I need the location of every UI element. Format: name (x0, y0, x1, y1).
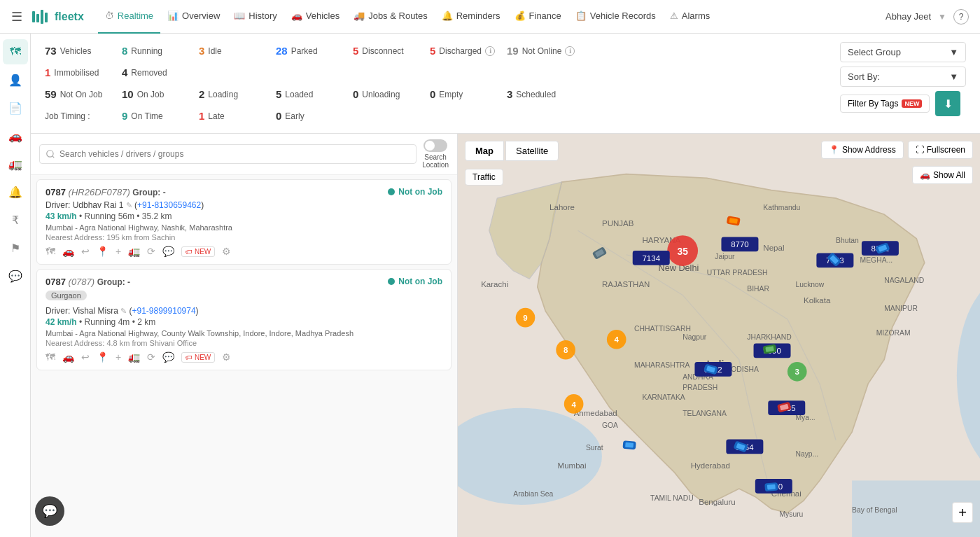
location-action-icon[interactable]: 📍 (97, 246, 108, 257)
nav-jobs-routes[interactable]: 🚚 Jobs & Routes (346, 0, 435, 34)
sidebar-map-icon[interactable]: 🗺 (3, 39, 28, 64)
svg-text:8770: 8770 (731, 240, 749, 249)
vehicle-card[interactable]: 0787 (HR26DF0787) Group: - Not on Job (36, 179, 451, 265)
svg-text:JHARKHAND: JHARKHAND (747, 333, 791, 341)
nav-realtime[interactable]: ⏱ Realtime (98, 0, 160, 34)
svg-text:KARNATAKA: KARNATAKA (643, 393, 685, 401)
traffic-button[interactable]: Traffic (465, 169, 503, 186)
map-action-icon[interactable]: 🗺 (46, 246, 55, 257)
svg-text:Arabian Sea: Arabian Sea (513, 490, 553, 498)
svg-text:RAJASTHAN: RAJASTHAN (602, 280, 650, 288)
edit-icon[interactable]: ✎ (120, 307, 127, 315)
help-button[interactable]: ? (953, 9, 969, 25)
nav-alarms[interactable]: ⚠ Alarms (663, 0, 717, 34)
history-action-icon[interactable]: ⟳ (147, 351, 155, 363)
settings-action-icon[interactable]: ⚙ (222, 246, 231, 257)
chat-action-icon[interactable]: 💬 (162, 351, 174, 363)
map-top-right: 📍 Show Address ⛶ Fullscreen (821, 141, 973, 159)
not-online-info-icon[interactable]: ℹ (565, 46, 575, 56)
add-action-icon[interactable]: + (115, 246, 121, 257)
vehicle-actions: 🗺 🚗 ↩ 📍 + 🚛 ⟳ 💬 🏷 NEW ⚙ (46, 351, 442, 363)
fullscreen-button[interactable]: ⛶ Fullscreen (908, 141, 973, 159)
route-action-icon[interactable]: ↩ (81, 246, 90, 257)
vehicle-list: Search Location 0787 (HR26DF0787) Group:… (31, 134, 458, 537)
location-action-icon[interactable]: 📍 (97, 351, 108, 363)
truck-action-icon[interactable]: 🚛 (128, 351, 140, 363)
not-on-job-label: Not On Job (60, 90, 103, 99)
driver-phone-link[interactable]: +91-9899910974 (132, 306, 196, 316)
hamburger-menu[interactable]: ☰ (11, 9, 22, 25)
main-body: 🗺 👤 📄 🚗 🚛 🔔 ₹ ⚑ 💬 73 Vehicles (0, 34, 980, 537)
vehicle-nearest: Nearest Address: 195 km from Sachin (46, 233, 442, 242)
settings-action-icon[interactable]: ⚙ (222, 351, 231, 363)
nav-right: Abhay Jeet ▼ ? (886, 9, 969, 25)
map-action-icon[interactable]: 🗺 (46, 351, 55, 363)
early-label: Early (285, 111, 304, 121)
discharged-label: Discharged (439, 46, 482, 56)
truck-action-icon[interactable]: 🚛 (128, 246, 140, 257)
nav-vehicle-records[interactable]: 📋 Vehicle Records (568, 0, 663, 34)
zoom-plus-button[interactable]: + (952, 502, 973, 523)
sidebar-doc-icon[interactable]: 📄 (3, 95, 28, 120)
svg-text:Bhutan: Bhutan (836, 237, 859, 244)
stat-unloading: 0 Unloading (353, 85, 430, 103)
nav-overview[interactable]: 📊 Overview (160, 0, 227, 34)
show-address-button[interactable]: 📍 Show Address (821, 141, 904, 159)
removed-label: Removed (131, 68, 167, 78)
edit-icon[interactable]: ✎ (126, 201, 132, 209)
sidebar-rupee-icon[interactable]: ₹ (3, 207, 28, 232)
immobilised-label: Immobilised (54, 68, 99, 78)
vehicle-action-icon[interactable]: 🚗 (62, 351, 74, 363)
scheduled-count: 3 (507, 88, 512, 100)
svg-text:Bengaluru: Bengaluru (699, 498, 736, 506)
vehicle-nearest: Nearest Address: 4.8 km from Shivani Off… (46, 339, 442, 347)
show-all-button[interactable]: 🚗 Show All (912, 166, 973, 184)
unloading-count: 0 (353, 88, 358, 100)
sidebar-car-icon[interactable]: 🚗 (3, 123, 28, 148)
sidebar-truck-icon[interactable]: 🚛 (3, 151, 28, 176)
new-tag-button[interactable]: 🏷 NEW (181, 352, 215, 363)
map-area[interactable]: New Delhi Lahore Karachi India Ahmedabad… (458, 134, 980, 537)
discharged-info-icon[interactable]: ℹ (485, 46, 495, 56)
on-time-count: 9 (122, 110, 127, 122)
stat-scheduled: 3 Scheduled (507, 85, 584, 103)
sidebar-flag-icon[interactable]: ⚑ (3, 235, 28, 260)
download-button[interactable]: ⬇ (935, 91, 960, 116)
sidebar-bell-icon[interactable]: 🔔 (3, 179, 28, 204)
user-name[interactable]: Abhay Jeet (886, 11, 931, 22)
loading-count: 2 (199, 88, 204, 100)
alarms-icon: ⚠ (670, 11, 678, 21)
history-action-icon[interactable]: ⟳ (147, 246, 155, 257)
route-action-icon[interactable]: ↩ (81, 351, 90, 363)
nav-history[interactable]: 📖 History (227, 0, 284, 34)
driver-phone-link[interactable]: +91-8130659462 (137, 200, 201, 210)
chat-action-icon[interactable]: 💬 (162, 246, 174, 257)
user-dropdown-icon[interactable]: ▼ (938, 12, 946, 22)
filter-tags-button[interactable]: Filter By Tags NEW (840, 95, 930, 113)
vehicle-card[interactable]: 0787 (0787) Group: - Not on Job (36, 269, 451, 370)
late-count: 1 (199, 110, 204, 122)
new-tag-button[interactable]: 🏷 NEW (181, 246, 215, 257)
add-action-icon[interactable]: + (115, 351, 121, 363)
nav-finance[interactable]: 💰 Finance (507, 0, 568, 34)
svg-text:MEGHA...: MEGHA... (860, 256, 893, 264)
stat-vehicles: 73 Vehicles (45, 42, 122, 60)
sidebar-user-icon[interactable]: 👤 (3, 67, 28, 92)
nav-vehicles[interactable]: 🚗 Vehicles (284, 0, 346, 34)
sidebar-chat-icon[interactable]: 💬 (3, 263, 28, 288)
chat-button[interactable]: 💬 (35, 496, 64, 526)
nav-reminders[interactable]: 🔔 Reminders (435, 0, 507, 34)
toggle-knob (425, 141, 435, 151)
select-group-dropdown[interactable]: Select Group ▼ (840, 42, 966, 62)
vehicle-action-icon[interactable]: 🚗 (62, 246, 74, 257)
stat-not-on-job: 59 Not On Job (45, 85, 122, 103)
search-location-switch[interactable] (424, 139, 447, 152)
car-icon: 🚗 (920, 170, 930, 180)
svg-text:7134: 7134 (642, 254, 660, 263)
map-tab-map[interactable]: Map (465, 141, 504, 161)
map-tab-satellite[interactable]: Satellite (505, 141, 559, 161)
sort-by-dropdown[interactable]: Sort By: ▼ (840, 67, 966, 87)
svg-text:BIHAR: BIHAR (747, 285, 769, 293)
search-input[interactable] (39, 144, 416, 164)
map-svg: New Delhi Lahore Karachi India Ahmedabad… (458, 134, 980, 537)
